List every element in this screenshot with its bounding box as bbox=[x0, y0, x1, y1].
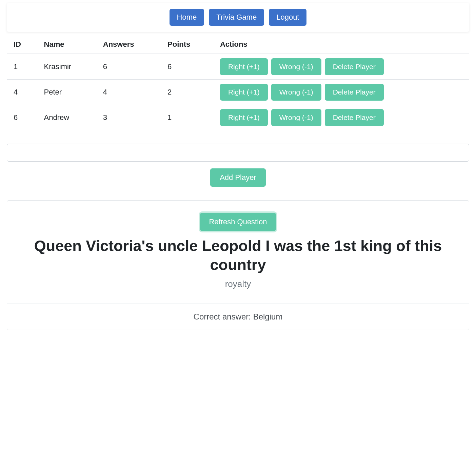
question-card: Refresh Question Queen Victoria's uncle … bbox=[7, 200, 469, 330]
home-button[interactable]: Home bbox=[170, 9, 204, 26]
delete-player-button[interactable]: Delete Player bbox=[325, 58, 384, 75]
refresh-question-button[interactable]: Refresh Question bbox=[200, 213, 276, 231]
players-table: ID Name Answers Points Actions 1Krasimir… bbox=[7, 35, 469, 130]
header-name: Name bbox=[37, 35, 96, 54]
answer-footer: Correct answer: Belgium bbox=[7, 304, 469, 330]
cell-answers: 4 bbox=[96, 80, 161, 105]
question-category: royalty bbox=[21, 279, 455, 289]
table-row: 4Peter42Right (+1)Wrong (-1)Delete Playe… bbox=[7, 80, 469, 105]
header-actions: Actions bbox=[213, 35, 469, 54]
cell-points: 1 bbox=[161, 105, 213, 130]
wrong-button[interactable]: Wrong (-1) bbox=[271, 84, 321, 101]
header-answers: Answers bbox=[96, 35, 161, 54]
cell-points: 6 bbox=[161, 54, 213, 80]
delete-player-button[interactable]: Delete Player bbox=[325, 84, 384, 101]
right-button[interactable]: Right (+1) bbox=[220, 109, 268, 126]
navbar: Home Trivia Game Logout bbox=[7, 3, 469, 32]
cell-answers: 3 bbox=[96, 105, 161, 130]
trivia-game-button[interactable]: Trivia Game bbox=[209, 9, 264, 26]
cell-actions: Right (+1)Wrong (-1)Delete Player bbox=[213, 105, 469, 130]
right-button[interactable]: Right (+1) bbox=[220, 58, 268, 75]
cell-id: 4 bbox=[7, 80, 37, 105]
cell-actions: Right (+1)Wrong (-1)Delete Player bbox=[213, 54, 469, 80]
cell-name: Andrew bbox=[37, 105, 96, 130]
add-player-button[interactable]: Add Player bbox=[210, 168, 266, 187]
header-points: Points bbox=[161, 35, 213, 54]
cell-id: 1 bbox=[7, 54, 37, 80]
table-row: 1Krasimir66Right (+1)Wrong (-1)Delete Pl… bbox=[7, 54, 469, 80]
cell-answers: 6 bbox=[96, 54, 161, 80]
answer-value: Belgium bbox=[253, 312, 283, 321]
answer-prefix: Correct answer: bbox=[194, 312, 253, 321]
cell-name: Peter bbox=[37, 80, 96, 105]
wrong-button[interactable]: Wrong (-1) bbox=[271, 109, 321, 126]
cell-name: Krasimir bbox=[37, 54, 96, 80]
add-player-section: Add Player bbox=[7, 144, 469, 187]
player-name-input[interactable] bbox=[7, 144, 469, 162]
wrong-button[interactable]: Wrong (-1) bbox=[271, 58, 321, 75]
question-text: Queen Victoria's uncle Leopold I was the… bbox=[21, 236, 455, 275]
logout-button[interactable]: Logout bbox=[269, 9, 306, 26]
table-row: 6Andrew31Right (+1)Wrong (-1)Delete Play… bbox=[7, 105, 469, 130]
delete-player-button[interactable]: Delete Player bbox=[325, 109, 384, 126]
cell-id: 6 bbox=[7, 105, 37, 130]
cell-actions: Right (+1)Wrong (-1)Delete Player bbox=[213, 80, 469, 105]
cell-points: 2 bbox=[161, 80, 213, 105]
right-button[interactable]: Right (+1) bbox=[220, 84, 268, 101]
header-id: ID bbox=[7, 35, 37, 54]
